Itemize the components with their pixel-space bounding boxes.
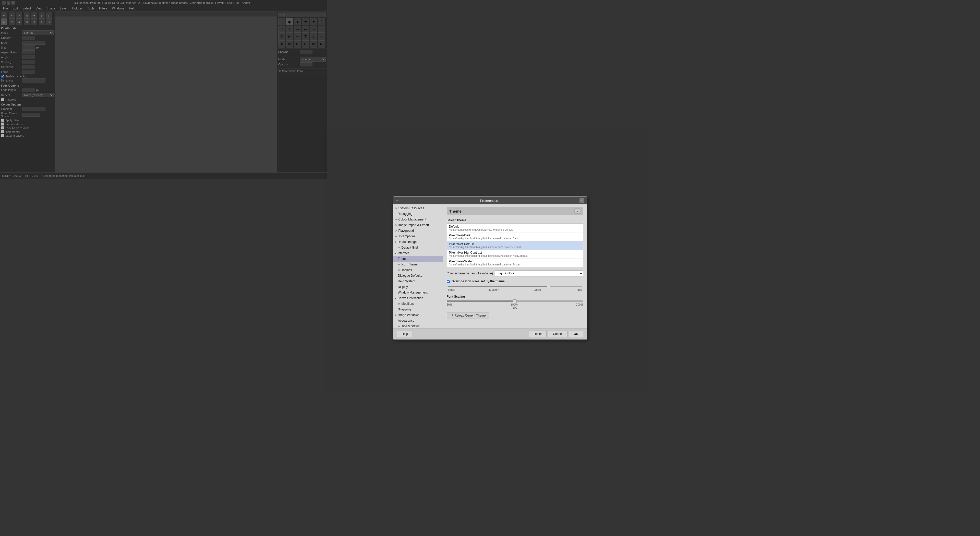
modal-overlay: ─ Preferences × ⊕System Resources▸Debugg… [0,0,327,179]
